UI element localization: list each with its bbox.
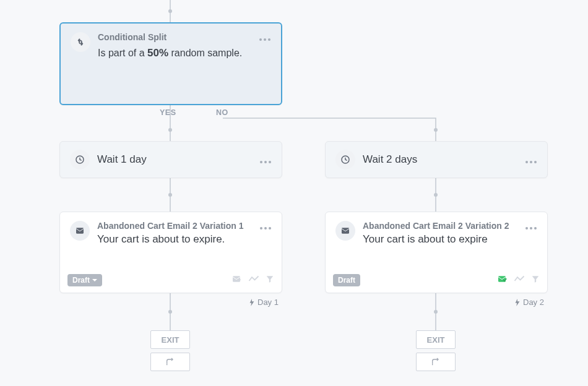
filter-icon[interactable] bbox=[266, 275, 274, 286]
svg-rect-17 bbox=[342, 228, 349, 233]
status-badge-left[interactable]: Draft bbox=[67, 274, 102, 286]
filter-icon[interactable] bbox=[531, 275, 540, 286]
split-title: Conditional Split bbox=[98, 32, 242, 42]
preview-icon[interactable] bbox=[231, 274, 242, 286]
svg-point-3 bbox=[168, 128, 172, 132]
svg-point-4 bbox=[434, 128, 438, 132]
email-title-right: Abandoned Cart Email 2 Variation 2 bbox=[363, 221, 509, 231]
more-button[interactable] bbox=[258, 155, 273, 166]
email-subject-right: Your cart is about to expire bbox=[363, 233, 509, 246]
svg-point-10 bbox=[168, 310, 172, 314]
mail-icon bbox=[335, 221, 355, 241]
wait-text-left: Wait 1 day bbox=[97, 153, 147, 166]
svg-point-8 bbox=[434, 193, 438, 197]
split-description: Is part of a 50% random sample. bbox=[98, 46, 242, 61]
email-node-left[interactable]: Abandoned Cart Email 2 Variation 1 Your … bbox=[59, 212, 282, 293]
wait-text-right: Wait 2 days bbox=[363, 153, 417, 166]
status-badge-right[interactable]: Draft bbox=[333, 274, 360, 286]
mail-icon bbox=[70, 221, 90, 241]
no-label: NO bbox=[216, 108, 228, 117]
svg-point-6 bbox=[168, 193, 172, 197]
day-label-right: Day 2 bbox=[514, 298, 544, 307]
route-button-right[interactable] bbox=[416, 353, 456, 371]
day-label-left: Day 1 bbox=[249, 298, 279, 307]
wait-node-left[interactable]: Wait 1 day bbox=[59, 141, 282, 178]
preview-icon[interactable] bbox=[496, 274, 508, 286]
svg-point-1 bbox=[168, 9, 172, 13]
clock-icon bbox=[70, 150, 90, 169]
clock-icon bbox=[335, 150, 355, 169]
conditional-split-node[interactable]: Conditional Split Is part of a 50% rando… bbox=[59, 22, 282, 105]
yes-label: YES bbox=[160, 108, 176, 117]
more-button[interactable] bbox=[524, 155, 538, 166]
more-button[interactable] bbox=[257, 32, 272, 43]
exit-button-left[interactable]: EXIT bbox=[150, 330, 190, 349]
svg-point-12 bbox=[434, 310, 438, 314]
analytics-icon[interactable] bbox=[514, 275, 525, 286]
analytics-icon[interactable] bbox=[248, 275, 259, 286]
wait-node-right[interactable]: Wait 2 days bbox=[325, 141, 548, 178]
more-button[interactable] bbox=[524, 221, 538, 232]
email-subject-left: Your cart is about to expire. bbox=[97, 233, 244, 246]
svg-rect-15 bbox=[76, 228, 84, 233]
exit-button-right[interactable]: EXIT bbox=[416, 330, 456, 349]
split-icon bbox=[71, 32, 90, 52]
more-button[interactable] bbox=[258, 221, 273, 232]
email-node-right[interactable]: Abandoned Cart Email 2 Variation 2 Your … bbox=[325, 212, 548, 293]
route-button-left[interactable] bbox=[150, 353, 190, 371]
email-title-left: Abandoned Cart Email 2 Variation 1 bbox=[97, 221, 244, 231]
